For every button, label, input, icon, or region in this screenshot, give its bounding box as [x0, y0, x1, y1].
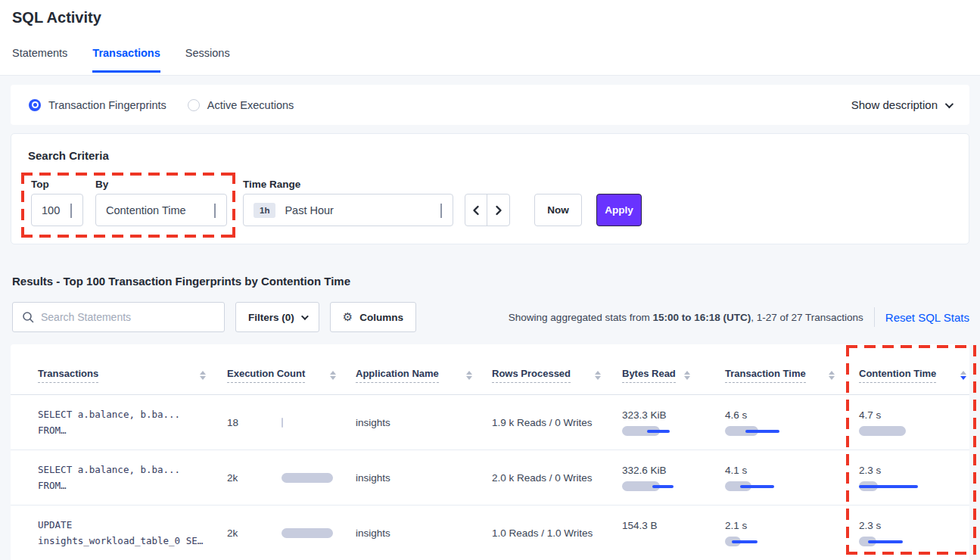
top-select-value: 100	[42, 204, 60, 216]
radio-label: Transaction Fingerprints	[48, 99, 166, 111]
execution-count-cell: 2k	[227, 472, 356, 484]
search-criteria-card: Search Criteria Top 100 By Contention Ti…	[11, 133, 969, 244]
bytes-read-cell: 154.3 B	[622, 520, 725, 546]
stats-summary: Showing aggregated stats from 15:00 to 1…	[509, 312, 863, 323]
transaction-time-bar	[725, 537, 786, 546]
show-description-label: Show description	[851, 98, 938, 111]
search-icon	[22, 311, 34, 323]
tab-statements[interactable]: Statements	[12, 47, 67, 73]
radio-active-executions[interactable]: Active Executions	[188, 99, 294, 111]
rows-processed-cell: 1.9 k Reads / 0 Writes	[492, 417, 622, 428]
now-button[interactable]: Now	[534, 194, 582, 226]
results-toolbar: Filters (0) ⚙ Columns Showing aggregated…	[12, 301, 969, 333]
apply-button[interactable]: Apply	[596, 194, 642, 226]
transaction-time-cell: 4.1 s	[725, 465, 859, 491]
execution-count-bar	[282, 528, 333, 538]
tab-bar: Statements Transactions Sessions	[12, 47, 230, 73]
chevron-down-icon	[301, 313, 309, 320]
execution-count-cell: 2k	[227, 527, 356, 539]
by-select-value: Contention Time	[106, 204, 186, 216]
show-description-toggle[interactable]: Show description	[851, 98, 951, 111]
contention-time-bar	[859, 481, 919, 491]
rows-processed-cell: 1.0 Reads / 1.0 Writes	[492, 527, 622, 539]
table-row[interactable]: SELECT a.balance, b.ba...FROM… 2k insigh…	[11, 450, 969, 506]
caret-left-icon	[471, 205, 481, 216]
by-select[interactable]: Contention Time	[95, 194, 227, 226]
time-window-pager	[465, 194, 510, 226]
search-criteria-heading: Search Criteria	[28, 149, 109, 162]
contention-time-cell: 2.3 s	[859, 465, 969, 491]
columns-label: Columns	[359, 312, 403, 323]
transaction-fingerprint-link[interactable]: UPDATEinsights_workload_table_0 SE…	[38, 517, 227, 549]
sort-icon[interactable]	[466, 371, 472, 380]
toolbar-divider	[874, 307, 875, 327]
column-header-contention-time[interactable]: Contention Time	[859, 368, 969, 383]
column-header-execution-count[interactable]: Execution Count	[227, 368, 356, 383]
reset-sql-stats-link[interactable]: Reset SQL Stats	[885, 311, 969, 324]
table-header-row: Transactions Execution Count Application…	[11, 344, 969, 395]
radio-transaction-fingerprints[interactable]: Transaction Fingerprints	[29, 99, 166, 111]
transaction-fingerprint-link[interactable]: SELECT a.balance, b.ba...FROM…	[38, 462, 227, 493]
next-window-button[interactable]	[487, 194, 509, 226]
execution-count-bar	[282, 473, 333, 483]
radio-label: Active Executions	[207, 99, 294, 111]
stats-time-range: 15:00 to 16:18 (UTC)	[652, 312, 751, 323]
contention-time-bar	[859, 426, 919, 436]
radio-unselected-icon	[188, 99, 200, 111]
radio-selected-icon	[29, 99, 41, 111]
bytes-read-bar	[622, 426, 683, 436]
sort-icon[interactable]	[330, 371, 336, 380]
table-row[interactable]: SELECT a.balance, b.ba...FROM… 18 insigh…	[11, 395, 969, 450]
transaction-time-cell: 2.1 s	[725, 520, 859, 546]
column-header-transactions[interactable]: Transactions	[38, 368, 227, 383]
results-heading: Results - Top 100 Transaction Fingerprin…	[12, 275, 350, 288]
column-header-application-name[interactable]: Application Name	[356, 368, 492, 383]
transaction-time-cell: 4.6 s	[725, 409, 859, 436]
application-name-cell: insights	[356, 472, 492, 484]
chevron-down-icon	[945, 99, 954, 107]
column-header-transaction-time[interactable]: Transaction Time	[725, 368, 859, 383]
sort-icon[interactable]	[200, 371, 206, 380]
sql-activity-page: SQL Activity Statements Transactions Ses…	[0, 0, 980, 560]
sort-icon[interactable]	[684, 371, 690, 380]
application-name-cell: insights	[356, 417, 492, 428]
column-header-rows-processed[interactable]: Rows Processed	[492, 368, 622, 383]
search-box	[12, 302, 225, 332]
table-row[interactable]: UPDATEinsights_workload_table_0 SE… 2k i…	[11, 506, 969, 560]
by-label: By	[95, 179, 108, 190]
column-header-bytes-read[interactable]: Bytes Read	[622, 368, 725, 383]
time-range-value: Past Hour	[285, 204, 333, 216]
time-range-label: Time Range	[243, 179, 300, 190]
gear-icon: ⚙	[343, 310, 353, 324]
tab-sessions[interactable]: Sessions	[185, 47, 230, 73]
tab-transactions[interactable]: Transactions	[92, 47, 160, 73]
previous-window-button[interactable]	[465, 194, 487, 226]
time-range-badge: 1h	[254, 203, 275, 218]
bytes-read-cell: 332.6 KiB	[622, 465, 725, 491]
search-input[interactable]	[41, 311, 215, 323]
transaction-time-bar	[725, 426, 786, 436]
application-name-cell: insights	[356, 527, 492, 539]
filters-label: Filters (0)	[248, 312, 294, 323]
contention-time-cell: 4.7 s	[859, 409, 969, 436]
chevron-down-icon	[70, 204, 82, 217]
top-label: Top	[31, 179, 49, 190]
bytes-read-bar	[622, 481, 683, 491]
caret-right-icon	[494, 205, 503, 216]
transaction-fingerprint-link[interactable]: SELECT a.balance, b.ba...FROM…	[38, 406, 227, 438]
time-range-select[interactable]: 1h Past Hour	[243, 194, 453, 226]
chevron-down-icon	[440, 204, 453, 217]
sort-icon[interactable]	[595, 371, 601, 380]
chevron-down-icon	[214, 204, 226, 217]
transaction-time-bar	[725, 481, 786, 491]
execution-count-bar	[282, 418, 333, 428]
sort-icon[interactable]	[829, 371, 835, 380]
contention-time-bar	[859, 537, 919, 546]
contention-time-cell: 2.3 s	[859, 520, 969, 546]
top-select[interactable]: 100	[31, 194, 83, 226]
filters-button[interactable]: Filters (0)	[235, 302, 319, 332]
execution-count-cell: 18	[227, 417, 356, 428]
rows-processed-cell: 2.0 k Reads / 0 Writes	[492, 472, 622, 484]
columns-button[interactable]: ⚙ Columns	[330, 302, 416, 332]
sort-icon[interactable]	[960, 371, 966, 380]
